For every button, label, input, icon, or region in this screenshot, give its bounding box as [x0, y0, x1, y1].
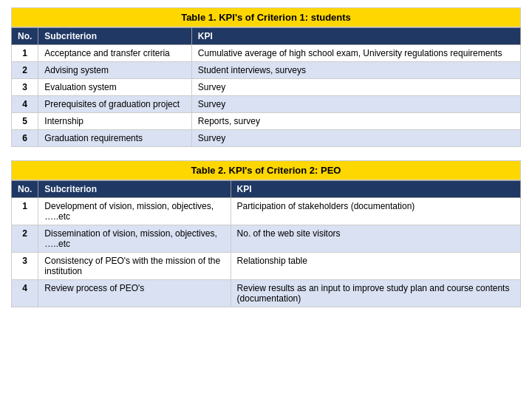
kpi-cell: Survey [191, 96, 520, 113]
subcriterion-cell: Acceptance and transfer criteria [38, 45, 192, 62]
subcriterion-cell: Evaluation system [38, 79, 192, 96]
table-row: 1 Development of vision, mission, object… [12, 198, 521, 225]
row-number: 1 [12, 45, 38, 62]
subcriterion-cell: Development of vision, mission, objectiv… [38, 198, 231, 225]
table-row: 2 Dissemination of vision, mission, obje… [12, 225, 521, 253]
table-row: 2 Advising system Student interviews, su… [12, 62, 521, 79]
table2: No. Subcriterion KPI 1 Development of vi… [11, 180, 521, 307]
table2-section: Table 2. KPI's of Criterion 2: PEO No. S… [11, 160, 521, 307]
table1-title: Table 1. KPI's of Criterion 1: students [11, 7, 521, 27]
kpi-cell: Reports, survey [191, 113, 520, 130]
subcriterion-cell: Dissemination of vision, mission, object… [38, 225, 231, 253]
row-number: 2 [12, 62, 38, 79]
row-number: 3 [12, 253, 38, 280]
kpi-cell: Cumulative average of high school exam, … [191, 45, 520, 62]
kpi-cell: No. of the web site visitors [231, 225, 520, 253]
kpi-cell: Student interviews, surveys [191, 62, 520, 79]
kpi-cell: Participation of stakeholders (documenta… [231, 198, 520, 225]
row-number: 4 [12, 280, 38, 307]
subcriterion-cell: Review process of PEO's [38, 280, 231, 307]
table-row: 6 Graduation requirements Survey [12, 130, 521, 147]
table-row: 1 Acceptance and transfer criteria Cumul… [12, 45, 521, 62]
table2-title: Table 2. KPI's of Criterion 2: PEO [11, 160, 521, 180]
subcriterion-cell: Graduation requirements [38, 130, 192, 147]
table-row: 3 Evaluation system Survey [12, 79, 521, 96]
table2-col-kpi: KPI [231, 181, 520, 198]
table1-col-no: No. [12, 28, 38, 45]
kpi-cell: Survey [191, 79, 520, 96]
subcriterion-cell: Consistency of PEO's with the mission of… [38, 253, 231, 280]
row-number: 5 [12, 113, 38, 130]
subcriterion-cell: Prerequisites of graduation project [38, 96, 192, 113]
row-number: 2 [12, 225, 38, 253]
table-row: 4 Review process of PEO's Review results… [12, 280, 521, 307]
row-number: 1 [12, 198, 38, 225]
subcriterion-cell: Internship [38, 113, 192, 130]
table-row: 4 Prerequisites of graduation project Su… [12, 96, 521, 113]
row-number: 4 [12, 96, 38, 113]
kpi-cell: Relationship table [231, 253, 520, 280]
table2-header-row: No. Subcriterion KPI [12, 181, 521, 198]
kpi-cell: Review results as an input to improve st… [231, 280, 520, 307]
kpi-cell: Survey [191, 130, 520, 147]
table2-col-no: No. [12, 181, 38, 198]
table1-header-row: No. Subcriterion KPI [12, 28, 521, 45]
row-number: 3 [12, 79, 38, 96]
table1-section: Table 1. KPI's of Criterion 1: students … [11, 7, 521, 147]
table2-col-subcriterion: Subcriterion [38, 181, 231, 198]
row-number: 6 [12, 130, 38, 147]
table1: No. Subcriterion KPI 1 Acceptance and tr… [11, 27, 521, 147]
table-row: 5 Internship Reports, survey [12, 113, 521, 130]
table-row: 3 Consistency of PEO's with the mission … [12, 253, 521, 280]
table1-col-subcriterion: Subcriterion [38, 28, 192, 45]
table1-col-kpi: KPI [191, 28, 520, 45]
subcriterion-cell: Advising system [38, 62, 192, 79]
